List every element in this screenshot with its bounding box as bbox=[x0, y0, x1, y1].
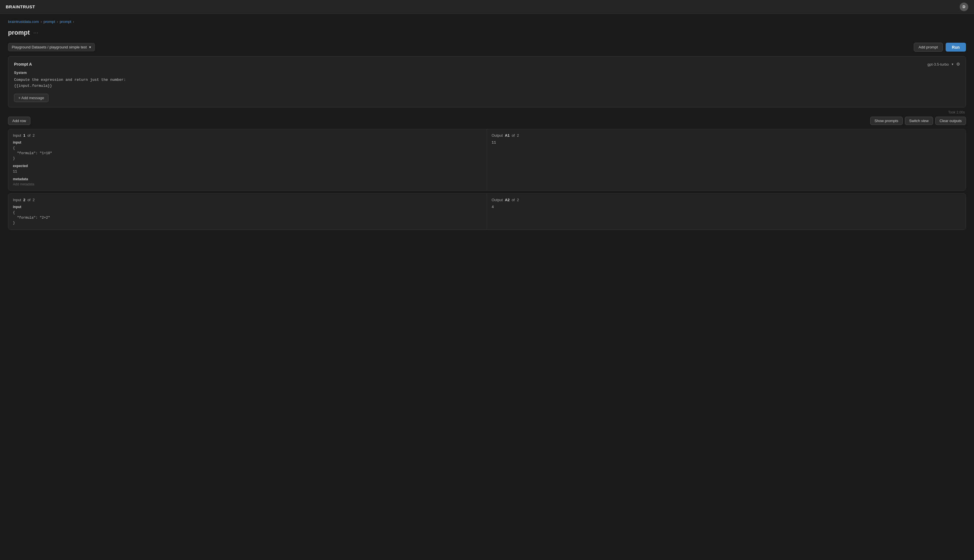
model-label: gpt-3.5-turbo bbox=[927, 62, 949, 67]
breadcrumb-sep-2: › bbox=[57, 20, 58, 24]
output-header-1: Output A1 of 2 bbox=[492, 133, 961, 138]
show-prompts-button[interactable]: Show prompts bbox=[870, 117, 902, 125]
input-cell-1: Input 1 of 2 input { "formula": "1+10" }… bbox=[8, 129, 487, 190]
bottom-toolbar: Add row Show prompts Switch view Clear o… bbox=[8, 117, 966, 125]
input-code-2: { "formula": "2+2" } bbox=[13, 210, 482, 225]
input-cell-2: Input 2 of 2 input { "formula": "2+2" } bbox=[8, 194, 487, 230]
add-message-button[interactable]: + Add message bbox=[14, 94, 48, 102]
input-header-1: Input 1 of 2 bbox=[13, 133, 482, 138]
run-button[interactable]: Run bbox=[946, 43, 966, 52]
breadcrumb: braintrustdata.com › prompt › prompt › bbox=[8, 20, 966, 24]
took-time: Took 2.00s bbox=[8, 110, 966, 114]
prompt-header: Prompt A gpt-3.5-turbo ▾ ⚙ bbox=[14, 62, 960, 67]
system-label: System bbox=[14, 71, 960, 75]
switch-view-button[interactable]: Switch view bbox=[905, 117, 933, 125]
main-content: braintrustdata.com › prompt › prompt › p… bbox=[0, 14, 974, 238]
topbar: BRAINTRUST D bbox=[0, 0, 974, 14]
add-metadata-1[interactable]: Add metadata bbox=[13, 182, 482, 186]
prompt-panel: Prompt A gpt-3.5-turbo ▾ ⚙ System Comput… bbox=[8, 56, 966, 107]
app-logo: BRAINTRUST bbox=[6, 4, 35, 9]
dataset-selector-label: Playground Datasets / playground simple … bbox=[12, 45, 87, 49]
io-grid-row-2: Input 2 of 2 input { "formula": "2+2" } … bbox=[8, 193, 966, 230]
page-title-row: prompt ⋯ bbox=[8, 29, 966, 37]
io-grid-row-1: Input 1 of 2 input { "formula": "1+10" }… bbox=[8, 129, 966, 191]
expected-label-1: expected bbox=[13, 164, 482, 168]
prompt-title: Prompt A bbox=[14, 62, 32, 67]
prompt-code[interactable]: Compute the expression and return just t… bbox=[14, 77, 960, 89]
output-value-2: 4 bbox=[492, 205, 961, 209]
prompt-model-row: gpt-3.5-turbo ▾ ⚙ bbox=[927, 62, 960, 67]
input-code-1: { "formula": "1+10" } bbox=[13, 146, 482, 161]
dataset-dropdown-icon: ▾ bbox=[89, 45, 91, 49]
output-cell-1: Output A1 of 2 11 bbox=[487, 129, 966, 190]
output-header-2: Output A2 of 2 bbox=[492, 198, 961, 202]
gear-icon[interactable]: ⚙ bbox=[956, 62, 960, 67]
more-options-icon[interactable]: ⋯ bbox=[33, 30, 38, 36]
breadcrumb-sep-1: › bbox=[41, 20, 42, 24]
expected-value-1: 11 bbox=[13, 169, 482, 174]
page-title: prompt bbox=[8, 29, 30, 37]
toolbar-right: Add prompt Run bbox=[914, 43, 966, 52]
clear-outputs-button[interactable]: Clear outputs bbox=[935, 117, 966, 125]
toolbar-row: Playground Datasets / playground simple … bbox=[8, 43, 966, 52]
metadata-label-1: metadata bbox=[13, 177, 482, 181]
breadcrumb-prompt-2[interactable]: prompt bbox=[60, 20, 71, 24]
output-cell-2: Output A2 of 2 4 bbox=[487, 194, 966, 230]
output-value-1: 11 bbox=[492, 140, 961, 145]
dataset-selector-button[interactable]: Playground Datasets / playground simple … bbox=[8, 43, 95, 51]
input-header-2: Input 2 of 2 bbox=[13, 198, 482, 202]
add-prompt-button[interactable]: Add prompt bbox=[914, 43, 943, 52]
input-field-label-2: input bbox=[13, 205, 482, 209]
breadcrumb-prompt-1[interactable]: prompt bbox=[43, 20, 55, 24]
model-dropdown-icon[interactable]: ▾ bbox=[952, 62, 953, 66]
avatar[interactable]: D bbox=[960, 3, 968, 11]
breadcrumb-home[interactable]: braintrustdata.com bbox=[8, 20, 39, 24]
breadcrumb-sep-3: › bbox=[73, 20, 74, 24]
input-field-label-1: input bbox=[13, 140, 482, 145]
add-row-button[interactable]: Add row bbox=[8, 117, 30, 125]
bottom-toolbar-right: Show prompts Switch view Clear outputs bbox=[870, 117, 966, 125]
